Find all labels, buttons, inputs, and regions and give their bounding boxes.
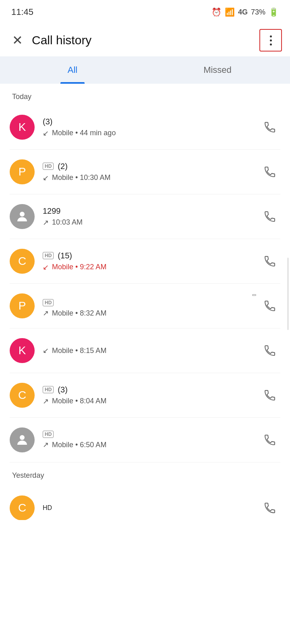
call-back-button[interactable] bbox=[259, 295, 280, 316]
person-icon bbox=[15, 433, 29, 447]
call-back-button[interactable] bbox=[259, 251, 280, 272]
battery-label: 73% bbox=[251, 8, 265, 17]
person-icon bbox=[15, 209, 29, 224]
tab-all[interactable]: All bbox=[0, 56, 145, 84]
hd-badge: HD bbox=[43, 431, 54, 438]
call-detail-row: ↗ Mobile • 8:32 AM bbox=[43, 309, 256, 318]
call-back-button[interactable] bbox=[259, 385, 280, 406]
phone-icon bbox=[263, 433, 276, 446]
incoming-arrow-icon: ↙ bbox=[43, 129, 49, 138]
call-name-row: HD bbox=[43, 431, 256, 438]
incoming-arrow-icon: ↙ bbox=[43, 346, 49, 355]
more-options-button[interactable] bbox=[259, 29, 282, 52]
dot2 bbox=[270, 39, 272, 41]
scroll-indicator bbox=[287, 258, 289, 330]
call-info: HD ↗ Mobile • 6:50 AM bbox=[43, 431, 256, 449]
call-item[interactable]: C HD bbox=[0, 484, 290, 520]
call-info: HD bbox=[43, 492, 256, 512]
phone-icon bbox=[263, 389, 276, 402]
call-back-button[interactable] bbox=[259, 340, 280, 361]
phone-icon bbox=[263, 502, 276, 514]
dot3 bbox=[270, 43, 272, 45]
call-detail-row: ↗ 10:03 AM bbox=[43, 218, 256, 227]
call-info: HD (3) ↗ Mobile • 8:04 AM bbox=[43, 385, 256, 406]
call-info: HD ↗ Mobile • 8:32 AM bbox=[43, 294, 256, 318]
call-name-row: HD bbox=[43, 504, 256, 512]
tab-missed[interactable]: Missed bbox=[145, 56, 290, 84]
call-name-row: HD (3) bbox=[43, 385, 256, 394]
hd-badge: HD bbox=[43, 252, 54, 259]
phone-icon bbox=[263, 165, 276, 178]
call-detail-row: ↗ Mobile • 8:04 AM bbox=[43, 397, 256, 406]
avatar-unknown bbox=[10, 427, 35, 452]
call-list: Today K (3) ↙ Mobile • 44 min ago P bbox=[0, 84, 290, 520]
call-back-button[interactable] bbox=[259, 206, 280, 227]
call-name-row: 1299 bbox=[43, 206, 256, 216]
phone-icon bbox=[263, 210, 276, 223]
call-name-row: HD (2) bbox=[43, 162, 256, 171]
call-detail-row: ↙ Mobile • 8:15 AM bbox=[43, 346, 256, 355]
call-item[interactable]: HD ↗ Mobile • 6:50 AM bbox=[0, 418, 290, 462]
alarm-icon: ⏰ bbox=[211, 7, 222, 17]
status-time: 11:45 bbox=[11, 7, 33, 17]
avatar: P bbox=[10, 293, 35, 318]
battery-icon: 🔋 bbox=[269, 7, 279, 17]
header: ✕ Call history bbox=[0, 24, 290, 56]
page-title: Call history bbox=[32, 33, 259, 47]
avatar: C bbox=[10, 383, 35, 408]
call-item[interactable]: 1299 ↗ 10:03 AM bbox=[0, 194, 290, 239]
call-info: HD (15) ↙ Mobile • 9:22 AM bbox=[43, 251, 256, 272]
hd-badge: HD bbox=[43, 163, 54, 170]
avatar-unknown bbox=[10, 204, 35, 229]
avatar: C bbox=[10, 495, 35, 520]
incoming-arrow-icon: ↙ bbox=[43, 173, 49, 182]
phone-icon bbox=[263, 121, 276, 134]
missed-arrow-icon: ↙ bbox=[43, 263, 49, 272]
call-item[interactable]: K (3) ↙ Mobile • 44 min ago bbox=[0, 105, 290, 149]
outgoing-arrow-icon: ↗ bbox=[43, 218, 49, 227]
section-today: Today bbox=[0, 84, 290, 105]
hd-badge: HD bbox=[43, 386, 54, 393]
call-name-row: (3) bbox=[43, 117, 256, 126]
call-info: HD (2) ↙ Mobile • 10:30 AM bbox=[43, 162, 256, 182]
call-info: (3) ↙ Mobile • 44 min ago bbox=[43, 117, 256, 138]
tabs-bar: All Missed bbox=[0, 56, 290, 84]
call-item[interactable]: K ↙ Mobile • 8:15 AM bbox=[0, 328, 290, 373]
bluetooth-icon: 📶 bbox=[225, 7, 235, 17]
call-item[interactable]: P HD (2) ↙ Mobile • 10:30 AM bbox=[0, 150, 290, 194]
call-name-row bbox=[43, 294, 256, 296]
call-back-button[interactable] bbox=[259, 497, 280, 518]
svg-point-1 bbox=[20, 435, 25, 440]
dot1 bbox=[270, 35, 272, 37]
call-detail-row: ↙ Mobile • 10:30 AM bbox=[43, 173, 256, 182]
call-info: 1299 ↗ 10:03 AM bbox=[43, 206, 256, 227]
signal-icon: 4G bbox=[238, 8, 248, 17]
avatar: P bbox=[10, 159, 35, 184]
outgoing-arrow-icon: ↗ bbox=[43, 397, 49, 406]
section-yesterday: Yesterday bbox=[0, 462, 290, 484]
call-back-button[interactable] bbox=[259, 161, 280, 182]
call-item[interactable]: P HD ↗ Mobile • 8:32 AM bbox=[0, 284, 290, 328]
status-icons: ⏰ 📶 4G 73% 🔋 bbox=[211, 7, 279, 17]
call-back-button[interactable] bbox=[259, 117, 280, 138]
hd-badge: HD bbox=[43, 504, 52, 512]
close-button[interactable]: ✕ bbox=[8, 29, 27, 52]
call-detail-row: ↗ Mobile • 6:50 AM bbox=[43, 440, 256, 449]
avatar: K bbox=[10, 115, 35, 140]
outgoing-arrow-icon: ↗ bbox=[43, 440, 49, 449]
call-item[interactable]: C HD (3) ↗ Mobile • 8:04 AM bbox=[0, 373, 290, 417]
hd-badge: HD bbox=[43, 299, 54, 306]
call-item[interactable]: C HD (15) ↙ Mobile • 9:22 AM bbox=[0, 239, 290, 283]
hd-badge bbox=[252, 294, 256, 296]
svg-point-0 bbox=[20, 212, 25, 217]
phone-icon bbox=[263, 344, 276, 357]
phone-icon bbox=[263, 299, 276, 312]
avatar: C bbox=[10, 249, 35, 274]
status-bar: 11:45 ⏰ 📶 4G 73% 🔋 bbox=[0, 0, 290, 24]
call-detail-row-missed: ↙ Mobile • 9:22 AM bbox=[43, 263, 256, 272]
call-name-row: HD (15) bbox=[43, 251, 256, 260]
call-back-button[interactable] bbox=[259, 429, 280, 450]
outgoing-arrow-icon: ↗ bbox=[43, 309, 49, 318]
avatar: K bbox=[10, 338, 35, 363]
call-detail-row-wrap: HD bbox=[43, 299, 256, 306]
